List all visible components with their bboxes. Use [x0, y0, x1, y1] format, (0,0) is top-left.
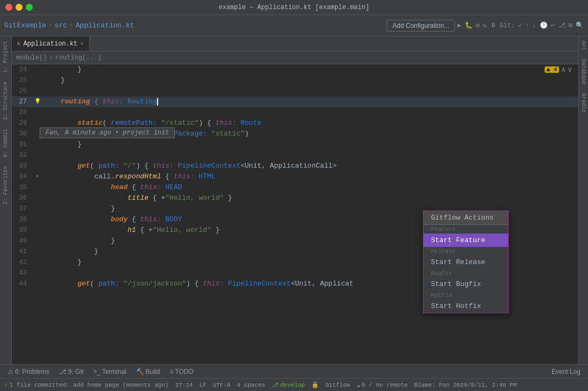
- toolbar-icon-1[interactable]: ⚙: [476, 21, 480, 29]
- warning-up[interactable]: ∧: [561, 65, 565, 74]
- bulb-icon[interactable]: 💡: [34, 96, 41, 107]
- title-bar: example – Application.kt [example.main]: [0, 0, 588, 15]
- debug-icon[interactable]: 🐛: [465, 21, 473, 29]
- git-check-icon[interactable]: ✓: [518, 21, 522, 29]
- code-line-29: 29 static( remotePath: "/static") { this…: [12, 118, 578, 129]
- code-editor[interactable]: ▲ 4 ∧ ∨ Fan, A minute ago • project init…: [12, 64, 578, 364]
- warning-down[interactable]: ∨: [568, 65, 572, 74]
- close-tab-icon[interactable]: ×: [80, 41, 84, 47]
- run-icon[interactable]: ▶: [457, 21, 461, 29]
- start-feature-item[interactable]: Start Feature: [423, 234, 508, 247]
- maximize-button[interactable]: [26, 4, 33, 11]
- build-icon: 🔨: [136, 368, 144, 375]
- start-release-item[interactable]: Start Release: [423, 255, 508, 269]
- code-line-36: 36 title { +"Hello, world" }: [12, 193, 578, 204]
- line-36-content: title { +"Hello, world" }: [42, 193, 578, 204]
- breadcrumb-src[interactable]: src: [55, 21, 67, 29]
- breadcrumb: GitExample › src › Application.kt: [4, 21, 134, 29]
- terminal-button[interactable]: >_ Terminal: [89, 367, 131, 377]
- git-label: Git:: [500, 22, 515, 29]
- warning-area: ▲ 4 ∧ ∨: [545, 65, 572, 74]
- todo-icon: ≡: [169, 368, 173, 375]
- code-line-26: 26: [12, 86, 578, 96]
- line-34-content: call.respondHtml { this: HTML: [42, 171, 578, 182]
- file-tabs: K Application.kt ×: [12, 36, 578, 51]
- branch-status[interactable]: ⎇ develop: [272, 381, 305, 388]
- todo-button[interactable]: ≡ TODO: [165, 367, 197, 377]
- line-30-content: resources( resourcePackage: "static"): [42, 129, 578, 139]
- breadcrumb-routing[interactable]: routing(...): [55, 54, 101, 62]
- git-push-icon[interactable]: ↑: [525, 22, 529, 29]
- release-section-label: Release: [423, 247, 508, 255]
- database-panel[interactable]: Database: [579, 55, 587, 89]
- git-icon: ⎇: [59, 368, 66, 375]
- sidebar-favorites[interactable]: 2: Favorites: [2, 162, 10, 209]
- code-line-27: 27 💡 routing { this: Routing: [12, 96, 578, 107]
- line-35-content: head { this: HEAD: [42, 182, 578, 193]
- line-25-content: }: [42, 75, 578, 86]
- line-26-content: [42, 86, 578, 96]
- search-icon[interactable]: 🔍: [576, 21, 584, 29]
- start-hotfix-item[interactable]: Start Hotfix: [423, 299, 508, 313]
- breadcrumb-file[interactable]: Application.kt: [76, 21, 134, 29]
- code-line-24: 24 }: [12, 64, 578, 75]
- blame-status: Blame: Fan 2020/8/11, 2:48 PM: [414, 382, 517, 388]
- git-controls: ▶ 🐛 ⚙ ↻ ⏸ Git: ✓ ↑ ↓ 🕐 ↩ ⎇ ⊞ 🔍: [457, 21, 584, 29]
- line-29-content: static( remotePath: "/static") { this: R…: [42, 118, 578, 129]
- line-31-content: }: [42, 139, 578, 150]
- code-line-32: 32: [12, 150, 578, 161]
- commit-icon: ✓: [4, 381, 8, 388]
- add-configuration-button[interactable]: Add Configuration...: [386, 20, 455, 32]
- git-branches-icon[interactable]: ⎇: [558, 21, 565, 29]
- left-sidebar: 1: Project 2: Structure 0: Commit 2: Fav…: [0, 36, 12, 364]
- minimize-button[interactable]: [16, 4, 23, 11]
- hotfix-section-label: Hotfix: [423, 291, 508, 299]
- sidebar-structure[interactable]: 2: Structure: [2, 77, 10, 124]
- git-button[interactable]: ⎇ 9: Git: [55, 367, 88, 377]
- right-sidebar: Ant Database Gradle: [578, 36, 588, 364]
- window-controls: [5, 4, 33, 11]
- bottom-bar: ⚠ 6: Problems ⎇ 9: Git >_ Terminal 🔨 Bui…: [0, 364, 588, 378]
- commit-status: ✓ 1 file committed: add home page (momen…: [4, 381, 169, 388]
- window-title: example – Application.kt [example.main]: [219, 4, 369, 11]
- sidebar-commit[interactable]: 0: Commit: [2, 124, 10, 162]
- git-history-icon[interactable]: 🕐: [540, 21, 548, 29]
- code-line-33: 33 get( path: "/") { this: PipelineConte…: [12, 161, 578, 171]
- sidebar-project[interactable]: 1: Project: [2, 36, 10, 77]
- status-bar: ✓ 1 file committed: add home page (momen…: [0, 378, 588, 391]
- file-tab-label: Application.kt: [24, 40, 78, 48]
- git-pull-icon[interactable]: ↓: [532, 22, 536, 29]
- close-button[interactable]: [5, 4, 12, 11]
- layout-icon[interactable]: ⊞: [569, 21, 572, 29]
- ant-panel[interactable]: Ant: [579, 36, 587, 55]
- editor-wrapper: K Application.kt × module() › routing(..…: [12, 36, 578, 364]
- context-menu: Gitflow Actions Feature Start Feature Re…: [423, 210, 509, 313]
- line-32-content: [42, 150, 578, 161]
- problems-button[interactable]: ⚠ 6: Problems: [3, 367, 54, 377]
- line-27-content: routing { this: Routing: [42, 96, 578, 107]
- breadcrumb-project[interactable]: GitExample: [4, 21, 46, 29]
- event-log-button[interactable]: Event Log: [547, 367, 585, 377]
- feature-section-label: Feature: [423, 225, 508, 234]
- gitflow-status[interactable]: Gitflow: [325, 382, 350, 388]
- remote-status: ☁ 0 / no remote: [356, 381, 407, 388]
- main-toolbar: GitExample › src › Application.kt Add Co…: [0, 15, 588, 36]
- breadcrumb-module[interactable]: module(): [16, 54, 47, 62]
- lock-icon: 🔒: [311, 381, 319, 388]
- gradle-panel[interactable]: Gradle: [579, 89, 587, 117]
- build-button[interactable]: 🔨 Build: [132, 367, 165, 377]
- code-line-30: 30 resources( resourcePackage: "static"): [12, 129, 578, 139]
- start-bugfix-item[interactable]: Start Bugfix: [423, 277, 508, 291]
- line-28-content: [42, 107, 578, 118]
- toolbar-icon-3[interactable]: ⏸: [490, 21, 496, 29]
- position-status: 27:14: [175, 382, 193, 388]
- git-revert-icon[interactable]: ↩: [551, 21, 555, 29]
- code-line-31: 31 }: [12, 139, 578, 150]
- toolbar-icon-2[interactable]: ↻: [483, 21, 487, 29]
- code-line-25: 25 }: [12, 75, 578, 86]
- file-tab-application-kt[interactable]: K Application.kt ×: [12, 36, 90, 51]
- run-arrow-icon: ➤: [36, 171, 39, 182]
- warning-count: ▲ 4: [545, 66, 560, 73]
- line-33-content: get( path: "/") { this: PipelineContext<…: [42, 161, 578, 171]
- bugfix-section-label: Bugfix: [423, 269, 508, 277]
